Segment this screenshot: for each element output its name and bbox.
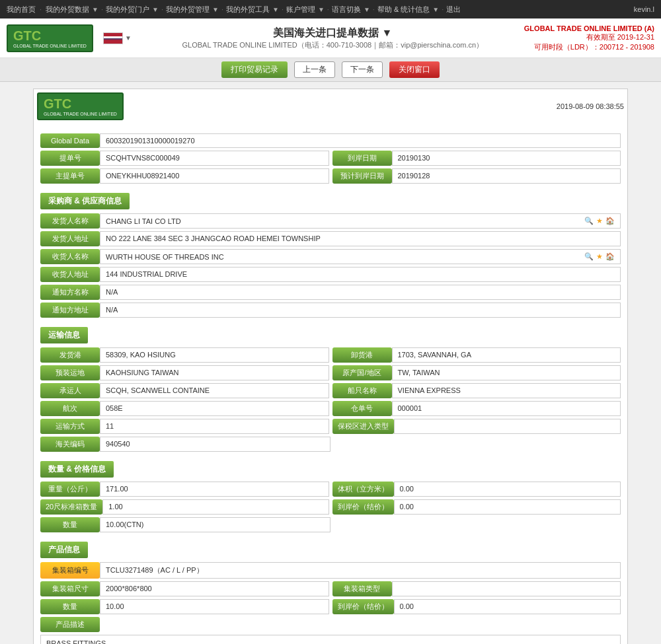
est-arrival-value: 20190128 xyxy=(392,168,621,184)
container20-row: 20尺标准箱数量 1.00 xyxy=(40,499,329,515)
us-flag xyxy=(103,32,123,44)
sender-name-row: 发货人名称 CHANG LI TAI CO LTD 🔍 ★ 🏠 xyxy=(40,213,621,229)
doc-logo-sub: GLOBAL TRADE ONLINE LIMITED xyxy=(44,112,117,116)
nav-sep-1: · xyxy=(101,5,103,13)
prod-desc-section: 产品描述 xyxy=(40,617,621,632)
receiver-home-icon[interactable]: 🏠 xyxy=(605,252,615,261)
container20-value: 1.00 xyxy=(102,499,329,515)
weight-row: 重量（公斤） 171.00 xyxy=(40,482,329,497)
sender-addr-label: 发货人地址 xyxy=(40,231,100,246)
page-header: GTC GLOBAL TRADE ONLINE LIMITED ▼ 美国海关进口… xyxy=(0,18,661,58)
close-button[interactable]: 关闭窗口 xyxy=(389,61,440,78)
transport-label: 运输方式 xyxy=(40,419,100,434)
nav-export-mgmt[interactable]: 我的外贸管理 xyxy=(166,5,210,15)
notify-name-row: 通知方名称 N/A xyxy=(40,285,621,300)
prev-button[interactable]: 上一条 xyxy=(294,61,335,78)
shipping-section: 运输信息 发货港 58309, KAO HSIUNG 卸货港 1703, SAV… xyxy=(34,324,627,458)
arrival-date-value: 20190130 xyxy=(392,151,621,166)
notify-addr-row: 通知方地址 N/A xyxy=(40,303,621,318)
container-no-row: 集装箱编号 TCLU3271489（AC / L / PP） xyxy=(40,562,621,579)
nav-my-data[interactable]: 我的外贸数据 xyxy=(46,5,89,15)
container-no-value: TCLU3271489（AC / L / PP） xyxy=(100,562,621,579)
arrival-date-row: 到岸日期 20190130 xyxy=(332,151,621,166)
sender-name-value-container: CHANG LI TAI CO LTD 🔍 ★ 🏠 xyxy=(100,213,621,229)
voyage-row: 航次 058E xyxy=(40,401,329,416)
carrier-label: 承运人 xyxy=(40,383,100,398)
receiver-addr-value: 144 INDUSTRIAL DRIVE xyxy=(100,267,621,282)
origin-port-row: 发货港 58309, KAO HSIUNG xyxy=(40,347,329,363)
global-data-value: 6003201901310000019270 xyxy=(100,133,621,148)
weight-label: 重量（公斤） xyxy=(40,482,100,497)
voyage-label: 航次 xyxy=(40,401,100,416)
container20-label: 20尺标准箱数量 xyxy=(40,499,102,515)
receiver-name-row: 收货人名称 WURTH HOUSE OF THREADS INC 🔍 ★ 🏠 xyxy=(40,249,621,264)
container-size-label: 集装箱尺寸 xyxy=(40,581,100,596)
right-ldr: 可用时段（LDR）：200712 - 201908 xyxy=(524,42,654,52)
document-card: GTC GLOBAL TRADE ONLINE LIMITED 2019-08-… xyxy=(33,89,628,644)
search-icon[interactable]: 🔍 xyxy=(584,217,594,225)
receiver-icons: 🔍 ★ 🏠 xyxy=(584,252,615,261)
origin-country-value: TW, TAIWAN xyxy=(392,365,621,380)
nav-account[interactable]: 账户管理 xyxy=(286,5,315,15)
nav-export-mgmt-arrow: ▼ xyxy=(212,6,219,13)
main-bill-label: 主提单号 xyxy=(40,168,100,184)
arrival-price-label: 到岸价（结价） xyxy=(332,499,394,515)
voyage-value: 058E xyxy=(100,401,329,416)
nav-home[interactable]: 我的首页 xyxy=(7,5,36,15)
nav-language[interactable]: 语言切换 xyxy=(332,5,361,15)
port-row: 发货港 58309, KAO HSIUNG 卸货港 1703, SAVANNAH… xyxy=(40,347,621,365)
prod-qty-value: 10.00 xyxy=(100,599,329,614)
print-button[interactable]: 打印贸易记录 xyxy=(221,61,288,78)
main-bill-value: ONEYKHHU08921400 xyxy=(100,168,329,184)
weight-value: 171.00 xyxy=(100,482,329,497)
vessel-row: 船只名称 VIENNA EXPRESS xyxy=(332,383,621,398)
doc-logo: GTC GLOBAL TRADE ONLINE LIMITED xyxy=(37,92,124,120)
receiver-addr-row: 收货人地址 144 INDUSTRIAL DRIVE xyxy=(40,267,621,282)
nav-export-tools[interactable]: 我的外贸工具 xyxy=(226,5,270,15)
qty-value: 10.00(CTN) xyxy=(100,517,330,532)
loading-place-label: 预装运地 xyxy=(40,365,100,380)
company-contact: GLOBAL TRADE ONLINE LIMITED（电话：400-710-3… xyxy=(141,40,524,50)
logo-box: GTC GLOBAL TRADE ONLINE LIMITED xyxy=(7,24,93,52)
home-icon[interactable]: 🏠 xyxy=(605,217,615,225)
star-icon[interactable]: ★ xyxy=(596,217,603,225)
bonded-label: 保税区进入类型 xyxy=(332,419,394,434)
nav-help[interactable]: 帮助 & 统计信息 xyxy=(377,5,430,15)
nav-logout[interactable]: 退出 xyxy=(446,5,461,15)
top-navigation: 我的首页 · 我的外贸数据▼ · 我的外贸门户▼ · 我的外贸管理▼ · 我的外… xyxy=(0,0,661,18)
warehouse-value: 000001 xyxy=(392,401,621,416)
arrival-date-label: 到岸日期 xyxy=(332,151,392,166)
sender-icons: 🔍 ★ 🏠 xyxy=(584,217,615,225)
origin-port-label: 发货港 xyxy=(40,347,100,363)
transport-value: 11 xyxy=(100,419,329,434)
receiver-search-icon[interactable]: 🔍 xyxy=(584,252,594,261)
nav-sep-4: · xyxy=(282,5,284,13)
qty-label: 数量 xyxy=(40,517,100,532)
loading-origin-row: 预装运地 KAOHSIUNG TAIWAN 原产国/地区 TW, TAIWAN xyxy=(40,365,621,383)
vessel-label: 船只名称 xyxy=(332,383,392,398)
product-section: 产品信息 集装箱编号 TCLU3271489（AC / L / PP） 集装箱尺… xyxy=(34,538,627,644)
customs-value: 940540 xyxy=(100,437,330,452)
warehouse-row: 仓单号 000001 xyxy=(332,401,621,416)
bill-date-row: 提单号 SCQHTVNS8C000049 到岸日期 20190130 xyxy=(40,151,621,168)
top-toolbar: 打印贸易记录 上一条 下一条 关闭窗口 xyxy=(0,58,661,82)
prod-desc-label: 产品描述 xyxy=(40,617,100,632)
arrival-price-row: 到岸价（结价） 0.00 xyxy=(332,499,621,515)
receiver-star-icon[interactable]: ★ xyxy=(596,252,603,261)
prod-price-label: 到岸价（结价） xyxy=(332,599,394,614)
next-button[interactable]: 下一条 xyxy=(342,61,383,78)
sender-addr-value: NO 222 LANE 384 SEC 3 JHANGCAO ROAD HEME… xyxy=(100,231,621,246)
container-size-row: 集装箱尺寸 2000*806*800 xyxy=(40,581,329,596)
buyer-section: 采购商 & 供应商信息 发货人名称 CHANG LI TAI CO LTD 🔍 … xyxy=(34,190,627,324)
prod-qty-price-row: 数量 10.00 到岸价（结价） 0.00 xyxy=(40,599,621,617)
right-company-name: GLOBAL TRADE ONLINE LIMITED (A) xyxy=(524,24,654,32)
vessel-value: VIENNA EXPRESS xyxy=(392,383,621,398)
nav-export-portal[interactable]: 我的外贸门户 xyxy=(106,5,149,15)
flag-arrow[interactable]: ▼ xyxy=(125,34,132,42)
loading-place-row: 预装运地 KAOHSIUNG TAIWAN xyxy=(40,365,329,380)
product-section-header: 产品信息 xyxy=(40,542,88,558)
shipping-section-header: 运输信息 xyxy=(40,327,88,343)
volume-label: 体积（立方米） xyxy=(332,482,394,497)
bill-number-label: 提单号 xyxy=(40,151,100,166)
flag-area: ▼ xyxy=(103,32,132,44)
